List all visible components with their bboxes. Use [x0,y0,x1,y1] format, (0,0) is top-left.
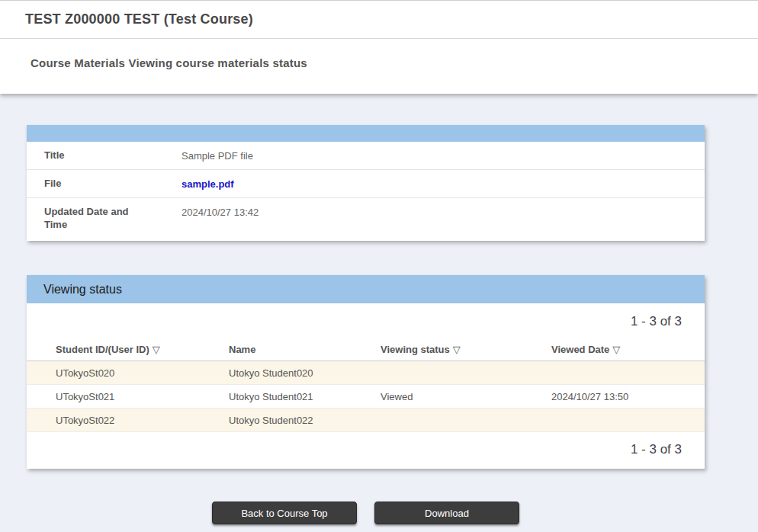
cell-name: Utokyo Student021 [229,391,381,402]
info-row-title: Title Sample PDF file [27,142,705,170]
cell-student-id: UTokyoSt021 [56,391,229,402]
material-info-panel: Title Sample PDF file File sample.pdf Up… [27,125,705,241]
download-button[interactable]: Download [374,502,519,524]
pagination-top: 1 - 3 of 3 [27,303,705,338]
column-header-viewed-date[interactable]: Viewed Date▽ [551,344,705,355]
page-title: Course Materials Viewing course material… [31,56,758,69]
material-panel-header [27,125,705,142]
table-row: UTokyoSt020 Utokyo Student020 [27,361,705,385]
table-header-row: Student ID/(User ID)▽ Name Viewing statu… [27,338,705,361]
cell-student-id: UTokyoSt020 [56,367,229,379]
course-title-bar: TEST Z000000 TEST (Test Course) [0,1,758,39]
material-file-value: sample.pdf [181,177,234,191]
info-label: Title [27,149,181,162]
info-row-file: File sample.pdf [27,170,705,198]
page-header: TEST Z000000 TEST (Test Course) Course M… [0,0,758,94]
info-row-updated: Updated Date and Time 2024/10/27 13:42 [27,198,705,241]
info-label: Updated Date and Time [27,205,181,231]
filter-icon[interactable]: ▽ [612,344,620,355]
column-header-label: Name [229,344,255,355]
cell-status: Viewed [381,391,551,402]
column-header-label: Viewing status [381,344,450,355]
table-row: UTokyoSt022 Utokyo Student022 [27,409,705,432]
cell-viewed-date: 2024/10/27 13:50 [551,391,705,402]
back-to-course-top-button[interactable]: Back to Course Top [212,502,357,524]
filter-icon[interactable]: ▽ [453,344,461,355]
filter-icon[interactable]: ▽ [153,344,160,355]
cell-name: Utokyo Student020 [229,367,381,379]
cell-name: Utokyo Student022 [229,415,381,426]
column-header-viewing-status[interactable]: Viewing status▽ [381,344,551,355]
button-bar: Back to Course Top Download [27,502,705,524]
material-title-value: Sample PDF file [181,149,253,162]
cell-student-id: UTokyoSt022 [56,415,229,426]
column-header-label: Student ID/(User ID) [56,344,149,355]
viewing-status-panel-header: Viewing status [27,275,705,303]
column-header-name[interactable]: Name [229,344,381,355]
pagination-bottom: 1 - 3 of 3 [27,432,705,469]
viewing-status-panel: Viewing status 1 - 3 of 3 Student ID/(Us… [27,275,705,469]
file-download-link[interactable]: sample.pdf [181,178,234,190]
column-header-student-id[interactable]: Student ID/(User ID)▽ [56,344,229,355]
info-label: File [27,177,181,190]
course-title: TEST Z000000 TEST (Test Course) [25,11,253,27]
material-updated-value: 2024/10/27 13:42 [181,205,259,219]
page-title-bar: Course Materials Viewing course material… [0,39,758,69]
column-header-label: Viewed Date [551,344,609,355]
table-row: UTokyoSt021 Utokyo Student021 Viewed 202… [27,385,705,409]
